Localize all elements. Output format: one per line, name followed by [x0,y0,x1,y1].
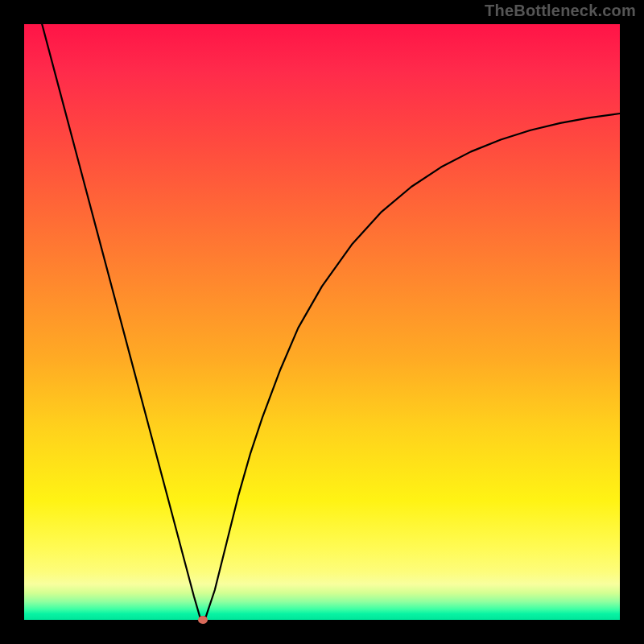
curve-right-branch [206,114,620,617]
watermark-text: TheBottleneck.com [485,2,636,20]
curve-left-branch [42,24,200,617]
minimum-marker-dot [198,616,208,624]
plot-area [24,24,620,620]
stage: TheBottleneck.com [0,0,644,644]
bottleneck-curve-svg [24,24,620,620]
